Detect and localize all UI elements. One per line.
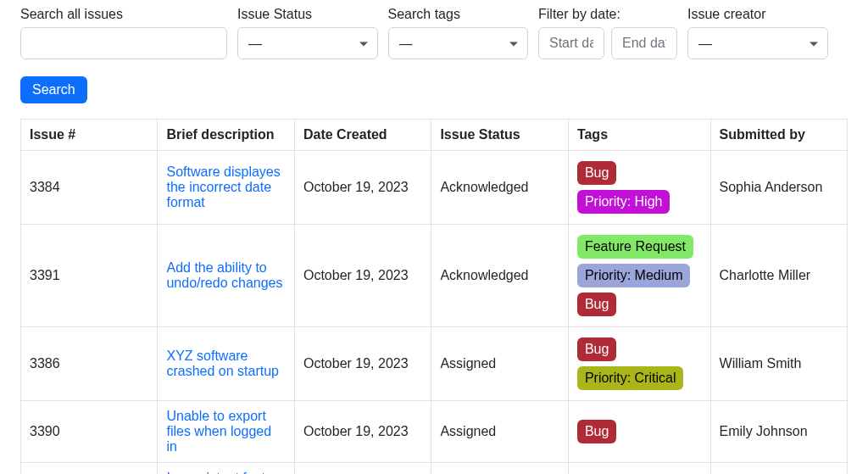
cell-date: October 19, 2023: [294, 151, 431, 225]
cell-date: October 19, 2023: [294, 463, 431, 475]
cell-tags: Bug: [568, 401, 710, 463]
cell-submitted-by: Olivia Taylor: [710, 463, 847, 475]
cell-issue-id: 3386: [21, 327, 158, 401]
cell-date: October 19, 2023: [294, 225, 431, 327]
cell-status: Acknowledged: [431, 225, 568, 327]
cell-tags: BugPriority: Critical: [568, 327, 710, 401]
cell-issue-id: 3391: [21, 225, 158, 327]
tag-badge[interactable]: Feature Request: [577, 235, 693, 259]
search-label: Search all issues: [20, 7, 227, 22]
status-label: Issue Status: [237, 7, 378, 22]
cell-issue-id: 3384: [21, 151, 158, 225]
cell-tags: Feature RequestPriority: MediumBug: [568, 225, 710, 327]
issue-link[interactable]: XYZ software crashed on startup: [166, 349, 279, 378]
tag-badge[interactable]: Bug: [577, 420, 616, 443]
cell-submitted-by: Charlotte Miller: [710, 225, 847, 327]
table-row: 3386XYZ software crashed on startupOctob…: [21, 327, 848, 401]
tag-badge[interactable]: Bug: [577, 337, 616, 361]
start-date-input[interactable]: [538, 27, 604, 59]
col-header-id[interactable]: Issue #: [21, 120, 158, 151]
cell-description: Add the ability to undo/redo changes: [158, 225, 294, 327]
filter-bar: Search all issues Issue Status — Search …: [20, 7, 848, 59]
table-row: 3390Unable to export files when logged i…: [21, 401, 848, 463]
col-header-desc[interactable]: Brief description: [158, 120, 294, 151]
creator-label: Issue creator: [687, 7, 828, 22]
issue-link[interactable]: Inconsistent font formatting: [166, 471, 265, 474]
col-header-date[interactable]: Date Created: [294, 120, 431, 151]
cell-status: Acknowledged: [431, 151, 568, 225]
cell-description: Software displayes the incorrect date fo…: [158, 151, 294, 225]
cell-issue-id: 3387: [21, 463, 158, 475]
col-header-status[interactable]: Issue Status: [431, 120, 568, 151]
search-button[interactable]: Search: [20, 76, 87, 103]
tag-badge[interactable]: Bug: [577, 293, 616, 316]
cell-status: Assigned: [431, 327, 568, 401]
cell-issue-id: 3390: [21, 401, 158, 463]
cell-submitted-by: Emily Johnson: [710, 401, 847, 463]
cell-tags: CSS Issue: [568, 463, 710, 475]
cell-tags: BugPriority: High: [568, 151, 710, 225]
issues-table: Issue # Brief description Date Created I…: [20, 119, 848, 474]
cell-description: Unable to export files when logged in: [158, 401, 294, 463]
cell-description: Inconsistent font formatting: [158, 463, 294, 475]
cell-description: XYZ software crashed on startup: [158, 327, 294, 401]
tags-select[interactable]: —: [388, 27, 529, 59]
table-row: 3391Add the ability to undo/redo changes…: [21, 225, 848, 327]
cell-submitted-by: Sophia Anderson: [710, 151, 847, 225]
tag-badge[interactable]: Priority: Medium: [577, 264, 691, 287]
issue-link[interactable]: Add the ability to undo/redo changes: [166, 260, 282, 290]
table-row: 3387Inconsistent font formattingOctober …: [21, 463, 848, 475]
search-input[interactable]: [20, 27, 227, 59]
creator-select[interactable]: —: [687, 27, 828, 59]
tag-badge[interactable]: Bug: [577, 161, 616, 185]
status-select[interactable]: —: [237, 27, 378, 59]
date-label: Filter by date:: [538, 7, 677, 22]
tag-badge[interactable]: Priority: Critical: [577, 366, 684, 390]
issue-link[interactable]: Unable to export files when logged in: [166, 409, 271, 454]
tags-label: Search tags: [388, 7, 529, 22]
col-header-tags[interactable]: Tags: [568, 120, 710, 151]
cell-submitted-by: William Smith: [710, 327, 847, 401]
cell-status: Confirmed: [431, 463, 568, 475]
cell-status: Assigned: [431, 401, 568, 463]
issue-link[interactable]: Software displayes the incorrect date fo…: [166, 165, 280, 209]
tag-badge[interactable]: Priority: High: [577, 190, 670, 214]
table-row: 3384Software displayes the incorrect dat…: [21, 151, 848, 225]
cell-date: October 19, 2023: [294, 401, 431, 463]
col-header-submitted[interactable]: Submitted by: [710, 120, 847, 151]
end-date-input[interactable]: [611, 27, 677, 59]
cell-date: October 19, 2023: [294, 327, 431, 401]
